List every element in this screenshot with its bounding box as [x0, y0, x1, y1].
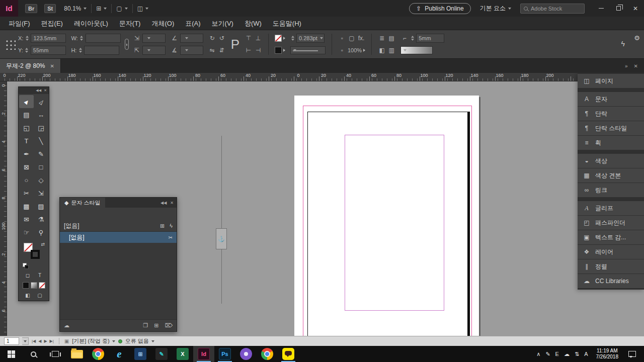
collapse-panel-icon[interactable]: ◀◀ [160, 201, 167, 205]
taskbar-app-chrome[interactable] [88, 346, 109, 362]
content-placer-tool[interactable]: ◲ [34, 121, 48, 134]
dock-item-character[interactable]: A문자 [578, 92, 644, 106]
dock-item-pages[interactable]: ◫페이지 [578, 74, 644, 88]
gap-tool[interactable]: ↔ [34, 108, 48, 121]
gear-icon[interactable]: ⚙ [634, 34, 640, 42]
inner-frame-guide[interactable] [345, 135, 444, 311]
last-page-button[interactable]: ▶| [50, 339, 54, 343]
direct-selection-tool[interactable]: ▻ [34, 95, 48, 108]
quick-apply-icon[interactable]: ϟ [621, 40, 625, 48]
apply-color-button[interactable] [23, 282, 29, 289]
reference-point-proxy[interactable] [5, 39, 16, 50]
taskbar-app-file-explorer[interactable] [66, 346, 88, 362]
dock-item-links[interactable]: ∞링크 [578, 183, 644, 197]
dock-item-pathfinder[interactable]: ◰패스파인더 [578, 216, 644, 230]
restore-button[interactable] [610, 0, 627, 17]
fill-color-arrow[interactable] [283, 49, 285, 52]
onedrive-icon[interactable]: ☁ [564, 351, 570, 357]
apply-gradient-button[interactable] [31, 282, 37, 289]
ellipse-tool[interactable]: ○ [19, 173, 34, 187]
stroke-color-arrow[interactable] [283, 37, 285, 40]
taskbar-app-blue[interactable]: ⊞ [130, 346, 151, 362]
first-page-button[interactable]: |◀ [32, 339, 36, 343]
error-status-dropdown[interactable]: 오류 없음 [125, 337, 154, 345]
stroke-weight-field[interactable]: 0.283pt [296, 34, 325, 43]
formatting-affects-text-button[interactable]: T [36, 272, 44, 279]
stroke-weight-spinner[interactable] [290, 34, 295, 42]
content-collector-tool[interactable]: ◱ [19, 121, 34, 134]
vertical-align-icon[interactable]: ◧ [378, 47, 386, 54]
taskbar-app-photoshop[interactable]: Ps [214, 346, 235, 362]
gradient-feather-tool[interactable]: ▨ [34, 200, 48, 213]
swap-fill-stroke-icon[interactable]: ⇄ [41, 242, 45, 247]
zoom-level-dropdown[interactable]: 80.1% [64, 5, 87, 12]
stock-badge-button[interactable]: St [44, 4, 56, 13]
publish-online-button[interactable]: ⇧ Publish Online [409, 3, 470, 14]
eyedropper-tool[interactable]: ⚗ [34, 213, 48, 226]
apply-none-button[interactable] [39, 282, 45, 289]
pencil-tool[interactable]: ✎ [34, 147, 48, 160]
note-tool[interactable]: ✉ [19, 213, 34, 226]
taskbar-app-excel[interactable]: X [172, 346, 193, 362]
w-spinner[interactable] [79, 34, 84, 42]
align-left-button[interactable]: ⊢ [245, 47, 253, 54]
taskbar-clock[interactable]: 11:19 AM 7/26/2018 [593, 348, 622, 360]
menu-view[interactable]: 보기(V) [206, 17, 239, 30]
menu-type[interactable]: 문자(T) [114, 17, 146, 30]
pen-tool[interactable]: ✒ [19, 147, 34, 160]
style-list-item[interactable]: [없음] ✂ [60, 232, 177, 243]
menu-table[interactable]: 표(A) [180, 17, 206, 30]
preview-mode-button[interactable]: ▢ [36, 292, 44, 299]
h-spinner[interactable] [78, 46, 83, 54]
previous-page-button[interactable]: ◀ [38, 339, 41, 343]
quick-apply-icon[interactable]: ϟ [170, 223, 173, 229]
next-page-button[interactable]: ▶ [44, 339, 47, 343]
align-top-button[interactable]: ⊤ [245, 35, 253, 42]
page-number-field[interactable]: 1 [4, 337, 19, 345]
effects-button[interactable]: fx. [357, 35, 365, 42]
corner-radius-spinner[interactable] [410, 34, 415, 42]
collapse-panel-icon[interactable]: ◀◀ [36, 88, 41, 93]
scale-y-dropdown[interactable] [142, 46, 166, 55]
action-center-icon[interactable] [628, 351, 636, 357]
h-field[interactable] [84, 46, 119, 55]
start-button[interactable] [0, 346, 22, 362]
taskbar-app-kakaotalk[interactable] [278, 346, 299, 362]
task-view-button[interactable] [44, 346, 66, 362]
show-hidden-icons-button[interactable]: ∧ [536, 351, 540, 357]
close-panel-icon[interactable]: ✕ [170, 201, 174, 205]
dock-item-glyphs[interactable]: A글리프 [578, 201, 644, 215]
x-field[interactable]: 123.5mm [31, 34, 66, 43]
menu-object[interactable]: 개체(O) [146, 17, 180, 30]
workspace-switcher[interactable]: 기본 요소 [480, 4, 511, 13]
horizontal-ruler[interactable]: 0 220 200 180 160 140 120 100 80 60 40 2… [0, 73, 644, 81]
w-field[interactable] [86, 34, 121, 43]
text-frame-right-edge[interactable] [468, 112, 470, 336]
text-columns-icon[interactable]: ≣ [378, 35, 386, 42]
preflight-profile-dropdown[interactable]: [기본] (작업 중) [72, 337, 115, 345]
taskbar-app-internet-explorer[interactable]: e [109, 346, 130, 362]
menu-edit[interactable]: 편집(E) [36, 17, 68, 30]
type-tool[interactable]: T [19, 134, 34, 147]
free-transform-tool[interactable]: ⇲ [34, 187, 48, 200]
stroke-color-swatch[interactable] [275, 35, 282, 42]
fill-color-swatch[interactable] [275, 47, 282, 54]
swatch-gradient-dropdown[interactable] [400, 46, 433, 54]
shear-angle-dropdown[interactable] [180, 46, 203, 55]
zoom-tool[interactable]: ⚲ [34, 226, 48, 239]
screen-mode-dropdown[interactable]: ▢ [116, 5, 127, 12]
taskbar-app-chrome-2[interactable] [257, 346, 278, 362]
style-group-icon[interactable]: ❐ [143, 322, 148, 329]
dock-item-align[interactable]: ∥정렬 [578, 259, 644, 274]
page-number-dropdown[interactable] [22, 337, 29, 345]
dock-item-color[interactable]: ◒색상 [578, 154, 644, 168]
taskbar-app-indesign[interactable]: Id [193, 346, 214, 362]
default-fill-stroke-icon[interactable] [23, 263, 29, 269]
dock-item-swatches[interactable]: ▦색상 견본 [578, 168, 644, 183]
new-style-icon[interactable]: ⊞ [160, 223, 165, 229]
tray-app-icon[interactable]: E [555, 351, 559, 357]
character-styles-tab[interactable]: ◆ 문자 스타일 [60, 198, 105, 208]
rectangle-tool[interactable]: □ [34, 160, 48, 173]
minimize-button[interactable] [593, 0, 610, 17]
menu-file[interactable]: 파일(F) [3, 17, 36, 30]
